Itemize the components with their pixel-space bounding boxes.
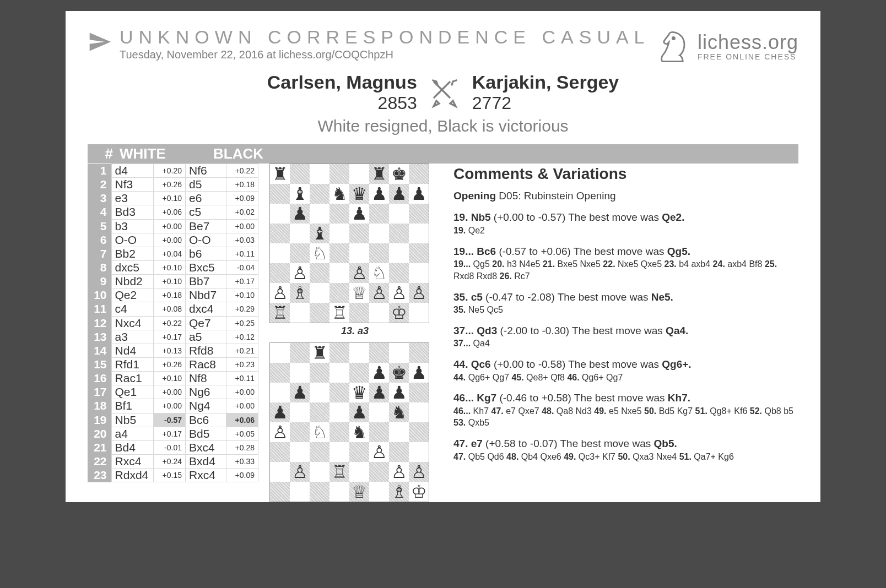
svg-point-0: [672, 37, 674, 40]
board-caption-1: 13. a3: [269, 325, 440, 337]
comments: Comments & Variations Opening D05: Rubin…: [453, 164, 798, 470]
move-row: 4Bd3+0.06c5+0.02: [88, 205, 258, 219]
move-row: 13a3+0.17a5+0.12: [88, 330, 258, 344]
white-rating: 2853: [378, 93, 417, 113]
comment-item: 19... Bc6 (-0.57 to +0.06) The best move…: [453, 244, 798, 282]
brand: lichess.org FREE ONLINE CHESS: [653, 28, 798, 66]
players: Carlsen, Magnus 2853 Karjakin, Sergey 27…: [88, 72, 798, 135]
move-row: 22Rxc4+0.24Bxd4+0.33: [88, 454, 258, 468]
move-row: 20a4+0.17Bd5+0.05: [88, 427, 258, 440]
comment-item: 35. c5 (-0.47 to -2.08) The best move wa…: [453, 290, 798, 316]
move-row: 7Bb2+0.04b6+0.11: [88, 247, 258, 260]
send-icon: [88, 30, 112, 54]
comment-item: 37... Qd3 (-2.00 to -0.30) The best move…: [453, 324, 798, 350]
move-row: 1d4+0.20Nf6+0.22: [88, 164, 258, 178]
move-row: 14Nd4+0.13Rfd8+0.21: [88, 344, 258, 357]
brand-name: lichess.org: [698, 32, 798, 52]
black-rating: 2772: [472, 93, 511, 113]
black-name: Karjakin, Sergey: [472, 72, 619, 93]
move-list: 1d4+0.20Nf6+0.222Nf3+0.26d5+0.183e3+0.10…: [88, 164, 258, 482]
move-row: 9Nbd2+0.10Bb7+0.17: [88, 275, 258, 288]
move-row: 5b3+0.00Be7+0.00: [88, 219, 258, 233]
move-row: 6O-O+0.00O-O+0.03: [88, 233, 258, 247]
header: UNKNOWN CORRESPONDENCE CASUAL Tuesday, N…: [88, 28, 798, 66]
white-name: Carlsen, Magnus: [267, 72, 417, 93]
comment-item: 47. e7 (+0.58 to -0.07) The best move wa…: [453, 437, 798, 462]
move-row: 21Bd4-0.01Bxc4+0.28: [88, 440, 258, 454]
comments-heading: Comments & Variations: [453, 164, 798, 184]
swords-icon: [428, 76, 461, 109]
move-row: 23Rdxd4+0.15Rxc4+0.09: [88, 469, 258, 482]
board-diagram-1: ♜♜♚♝♞♛♟♟♟♟♟♝♘♙♙♘♙♗♕♙♙♙♖♖♔: [269, 164, 429, 323]
move-row: 18Bf1+0.00Ng4+0.00: [88, 399, 258, 413]
move-row: 10Qe2+0.18Nbd7+0.10: [88, 288, 258, 302]
move-row: 11c4+0.08dxc4+0.29: [88, 302, 258, 316]
page-subtitle: Tuesday, November 22, 2016 at lichess.or…: [120, 48, 650, 61]
move-header: # WHITE BLACK: [88, 144, 798, 164]
comment-item: 19. Nb5 (+0.00 to -0.57) The best move w…: [453, 210, 798, 236]
board-diagram-2: ♜♟♚♟♟♛♟♟♟♟♞♙♘♞♙♙♖♙♙♕♗♔: [269, 342, 429, 502]
page-title: UNKNOWN CORRESPONDENCE CASUAL: [120, 28, 650, 46]
move-row: 17Qe1+0.00Ng6+0.00: [88, 385, 258, 399]
move-row: 15Rfd1+0.26Rac8+0.23: [88, 357, 258, 371]
result: White resigned, Black is victorious: [88, 117, 798, 135]
knight-icon: [653, 28, 692, 66]
move-row: 3e3+0.10e6+0.09: [88, 192, 258, 205]
move-row: 16Rac1+0.10Nf8+0.11: [88, 372, 258, 385]
move-row: 19Nb5-0.57Bc6+0.06: [88, 413, 258, 427]
brand-tag: FREE ONLINE CHESS: [698, 52, 798, 61]
move-row: 12Nxc4+0.22Qe7+0.25: [88, 316, 258, 330]
move-row: 2Nf3+0.26d5+0.18: [88, 178, 258, 192]
move-row: 8dxc5+0.10Bxc5-0.04: [88, 260, 258, 274]
comment-item: 46... Kg7 (-0.46 to +0.58) The best move…: [453, 391, 798, 429]
comment-item: 44. Qc6 (+0.00 to -0.58) The best move w…: [453, 357, 798, 383]
